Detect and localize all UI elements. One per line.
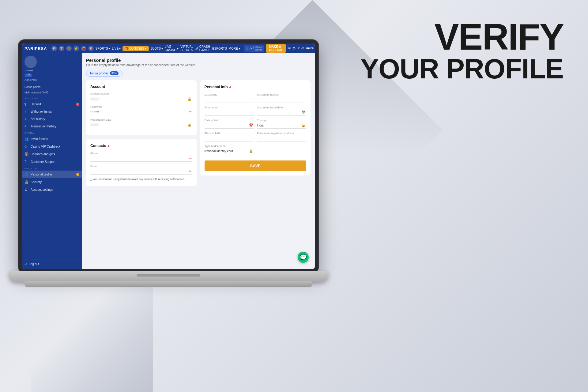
- document-issue-date-input[interactable]: [257, 110, 306, 116]
- nav-virtual-sports[interactable]: VIRTUAL SPORTS: [180, 45, 193, 52]
- nav-esports[interactable]: ESPORTS: [212, 47, 227, 50]
- profile-badge: !: [76, 173, 79, 176]
- sidebar-item-customer-support[interactable]: ? Customer Support: [22, 158, 82, 165]
- edit-icon: ✏: [189, 110, 192, 114]
- permanent-address-label: Permanent registered address: [257, 132, 306, 135]
- email-input[interactable]: [90, 168, 192, 175]
- contacts-required-dot: ●: [107, 143, 110, 148]
- phone-edit-icon: ✏: [189, 156, 192, 160]
- place-of-birth-input[interactable]: [205, 135, 254, 141]
- notifications-icon[interactable]: ✉: [288, 46, 291, 51]
- personal-info-section: Personal info ● Last name: [200, 80, 311, 175]
- type-of-document-label: Type of document: [205, 145, 254, 148]
- registration-date-label: Registration date: [90, 118, 192, 121]
- nav-language[interactable]: 🇮🇳 EN: [306, 47, 314, 50]
- sport-icon-4: ⚡: [74, 46, 79, 51]
- deposit-icon: $: [24, 102, 29, 106]
- laptop-feet: [24, 281, 312, 287]
- document-number-input[interactable]: [257, 97, 306, 103]
- country-input[interactable]: India: [257, 123, 306, 129]
- email-label: Email: [90, 165, 192, 168]
- sidebar-bonus-points[interactable]: Bonus points: [22, 84, 82, 90]
- nav-currency[interactable]: 👤 INR Bonus points: [244, 45, 264, 52]
- settings-icon[interactable]: ⚙: [292, 46, 296, 51]
- gift-icon: 🎁: [24, 152, 29, 156]
- nav-sport-icons: ⚽ 🏆 🏀 ⚡ 🏈 🎯: [51, 46, 94, 51]
- sidebar-item-personal-profile[interactable]: 👤 Personal profile !: [22, 171, 82, 178]
- sidebar-add-email[interactable]: Add email: [24, 78, 79, 81]
- nav-sports[interactable]: SPORTS ▾: [96, 47, 110, 50]
- verify-line2: YOUR PROFILE: [360, 55, 564, 83]
- save-button[interactable]: SAVE: [205, 160, 307, 171]
- site-wrapper: PARIPESA ⚽ 🏆 🏀 ⚡ 🏈 🎯 SPORTS ▾: [22, 43, 315, 269]
- last-name-field: Last name: [205, 93, 254, 103]
- nav-bonuses[interactable]: 🎁 BONUSES ▾: [123, 46, 149, 51]
- document-issue-date-field: Document issue date 📅: [257, 106, 306, 116]
- account-number-label: Account number: [90, 92, 192, 96]
- page-title: Personal profile: [86, 58, 311, 63]
- sidebar-item-invite-friends[interactable]: 👥 Invite friends: [22, 135, 82, 143]
- site-logo: PARIPESA: [24, 46, 47, 51]
- password-field: Password ✏: [90, 105, 192, 115]
- password-input[interactable]: [90, 109, 192, 115]
- lock-icon: 🔒: [187, 97, 192, 101]
- invite-icon: 👥: [24, 137, 29, 141]
- sidebar-main-account[interactable]: Main account (INR): [22, 90, 82, 95]
- sidebar-item-transaction-history[interactable]: ≡ Transaction history: [22, 123, 82, 130]
- sidebar-item-account-settings[interactable]: ⚙ Account settings: [22, 186, 82, 194]
- document-number-field: Document number: [257, 93, 306, 103]
- chat-button[interactable]: 💬: [298, 252, 309, 263]
- nav-more[interactable]: MORE ▾: [229, 47, 240, 50]
- personal-info-title: Personal info ●: [205, 85, 307, 89]
- fill-profile-button[interactable]: Fill in profile 36%: [86, 70, 123, 77]
- nav-slots[interactable]: SLOTS ▾: [151, 47, 163, 50]
- withdraw-icon: ↑: [24, 110, 29, 113]
- country-field: Country India 🔒: [257, 119, 306, 129]
- personal-profile-icon: 👤: [24, 172, 29, 176]
- doc-lock-icon: 🔒: [249, 149, 253, 153]
- nav-crash-games[interactable]: 🚀 CRASH GAMES: [195, 45, 210, 52]
- country-lock-icon: 🔒: [301, 123, 306, 127]
- sport-icon-1: ⚽: [51, 46, 57, 51]
- contacts-section: Contacts ● Phone ✏: [86, 139, 197, 186]
- registration-date-input: [90, 122, 192, 128]
- contacts-section-title: Contacts ●: [90, 143, 192, 148]
- deposit-button[interactable]: MAKE A DEPOSIT: [266, 44, 286, 53]
- first-name-input[interactable]: [205, 110, 254, 116]
- permanent-address-input[interactable]: [257, 135, 306, 141]
- sidebar-item-bonuses-gifts[interactable]: 🎁 Bonuses and gifts: [22, 150, 82, 158]
- info-icon: ℹ: [90, 178, 92, 182]
- sidebar-item-deposit[interactable]: $ Deposit !: [22, 100, 82, 108]
- sidebar-account-label: ACCOUNT: [22, 95, 82, 100]
- profile-completion-pct: 36%: [110, 71, 119, 75]
- nav-live[interactable]: LIVE ▾: [112, 47, 121, 50]
- permanent-address-field: Permanent registered address: [257, 132, 306, 141]
- personal-info-required-dot: ●: [229, 85, 232, 89]
- lock-icon-2: 🔒: [187, 123, 192, 127]
- sidebar-item-security[interactable]: 🔒 Security: [22, 178, 82, 186]
- calendar-icon-2: 📅: [301, 111, 306, 115]
- last-name-label: Last name: [205, 93, 254, 96]
- last-name-input[interactable]: [205, 97, 254, 103]
- logout-button[interactable]: ↩ Log out: [22, 259, 82, 269]
- place-of-birth-label: Place of birth: [205, 132, 254, 135]
- laptop-base: [9, 271, 328, 282]
- sidebar-item-casino-vip[interactable]: ◇ Casino VIP Cashback: [22, 143, 82, 150]
- calendar-icon: 📅: [249, 123, 253, 127]
- sidebar-username: ••••••••: [24, 69, 79, 73]
- phone-label: Phone: [90, 152, 192, 155]
- date-of-birth-field: Date of birth 📅: [205, 119, 254, 129]
- sidebar-level: 1/5: [24, 74, 32, 77]
- sport-icon-2: 🏆: [59, 46, 64, 51]
- registration-date-field: Registration date 🔒: [90, 118, 192, 128]
- nav-right: 👤 INR Bonus points MAKE A DEPOSIT ✉ ⚙ 21…: [244, 44, 314, 53]
- sidebar-item-withdraw[interactable]: ↑ Withdraw funds: [22, 108, 82, 115]
- type-of-document-input[interactable]: National identity card: [205, 148, 254, 154]
- laptop-frame: PARIPESA ⚽ 🏆 🏀 ⚡ 🏈 🎯 SPORTS ▾: [18, 40, 325, 315]
- verify-line1: VERIFY: [360, 18, 564, 55]
- page-subtitle: Fill in the empty fields to take advanta…: [86, 63, 311, 67]
- sidebar-item-bet-history[interactable]: ○ Bet history: [22, 115, 82, 123]
- date-of-birth-input[interactable]: [205, 123, 254, 129]
- phone-input[interactable]: [90, 156, 192, 162]
- nav-live-casino[interactable]: LIVE CASINO ▾: [165, 45, 179, 52]
